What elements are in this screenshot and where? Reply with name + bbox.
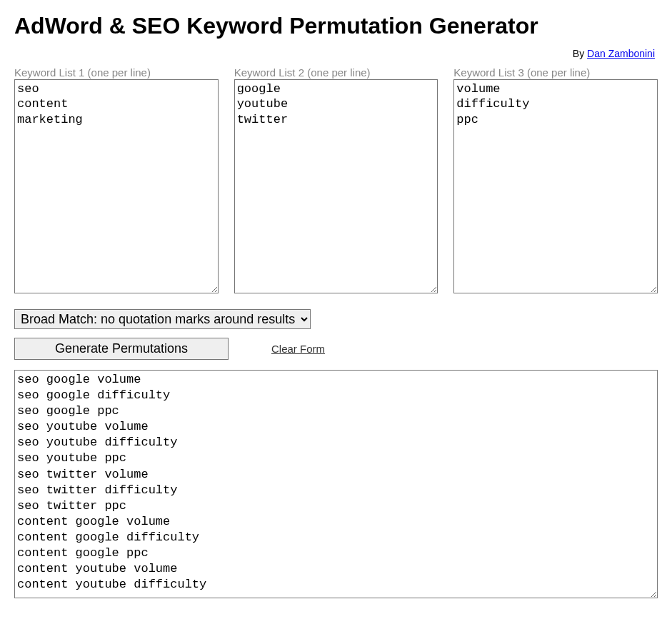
keyword-list-3-label: Keyword List 3 (one per line)	[453, 66, 658, 79]
action-row: Generate Permutations Clear Form	[14, 338, 658, 360]
keyword-list-1-label: Keyword List 1 (one per line)	[14, 66, 219, 79]
match-type-row: Broad Match: no quotation marks around r…	[14, 309, 658, 329]
keyword-list-2-input[interactable]	[234, 79, 438, 293]
keyword-list-2-label: Keyword List 2 (one per line)	[234, 66, 438, 79]
keyword-list-3-col: Keyword List 3 (one per line)	[453, 66, 658, 293]
keyword-lists-row: Keyword List 1 (one per line) Keyword Li…	[14, 66, 658, 293]
page-title: AdWord & SEO Keyword Permutation Generat…	[14, 13, 658, 39]
results-output[interactable]	[14, 370, 658, 598]
author-link[interactable]: Dan Zambonini	[587, 48, 655, 59]
byline: By Dan Zambonini	[14, 48, 658, 59]
keyword-list-2-col: Keyword List 2 (one per line)	[234, 66, 438, 293]
byline-prefix: By	[573, 48, 587, 59]
clear-form-link[interactable]: Clear Form	[271, 343, 325, 355]
match-type-select[interactable]: Broad Match: no quotation marks around r…	[14, 309, 311, 329]
keyword-list-1-input[interactable]	[14, 79, 219, 293]
keyword-list-1-col: Keyword List 1 (one per line)	[14, 66, 219, 293]
keyword-list-3-input[interactable]	[453, 79, 658, 293]
generate-button[interactable]: Generate Permutations	[14, 338, 229, 360]
